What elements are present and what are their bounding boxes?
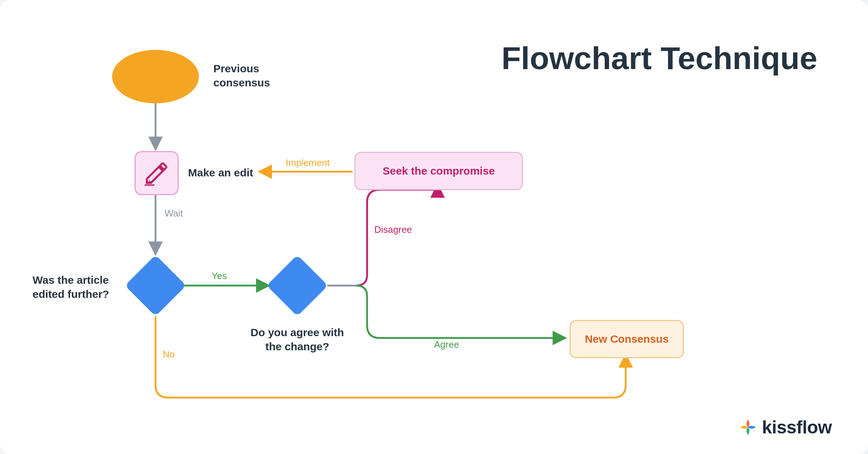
edge-wait-label: Wait [165, 208, 183, 219]
kissflow-icon [738, 417, 758, 437]
edge-no-label: No [163, 349, 175, 360]
start-label: Previous consensus [213, 61, 286, 90]
start-node [112, 50, 199, 103]
new-consensus-label: New Consensus [585, 333, 669, 345]
edit-label: Make an edit [188, 166, 253, 180]
brand-name: kissflow [762, 417, 832, 438]
flowchart-canvas: Flowchart Technique [0, 0, 868, 454]
brand-logo: kissflow [738, 417, 832, 438]
edge-yes-label: Yes [212, 270, 227, 282]
new-consensus-node: New Consensus [570, 320, 684, 358]
decision2-node [267, 255, 328, 316]
decision2-label: Do you agree with the change? [243, 325, 352, 354]
svg-text:ab: ab [146, 179, 152, 185]
edge-agree-label: Agree [434, 339, 459, 350]
compromise-label: Seek the compromise [383, 165, 495, 177]
decision1-node [125, 255, 186, 316]
compromise-node: Seek the compromise [354, 152, 523, 190]
edge-disagree-label: Disagree [374, 224, 412, 235]
decision1-label: Was the article edited further? [33, 273, 123, 301]
diagram-title: Flowchart Technique [501, 40, 817, 77]
edge-implement-label: Implement [286, 157, 329, 168]
edit-node: ab [135, 151, 179, 195]
pencil-icon: ab [144, 160, 170, 186]
